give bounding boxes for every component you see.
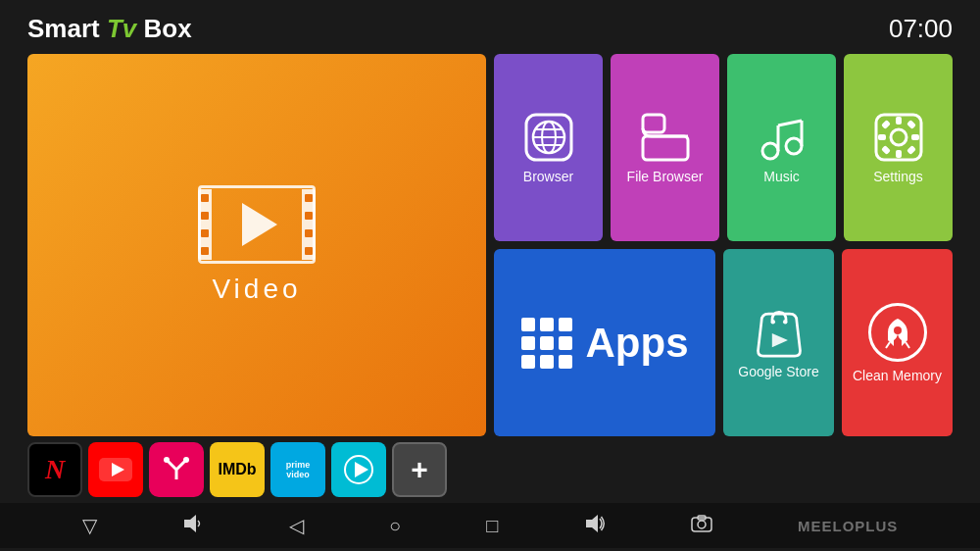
vucut-app-icon[interactable] <box>149 442 204 497</box>
svg-rect-15 <box>896 117 902 125</box>
svg-marker-33 <box>586 515 598 532</box>
meeloplus-logo: MEELOPLUS <box>798 518 898 534</box>
header: Smart Tv Box 07:00 <box>0 0 980 54</box>
settings-tile[interactable]: Settings <box>844 54 953 241</box>
svg-point-35 <box>698 521 706 528</box>
file-browser-icon <box>640 112 691 163</box>
vucut-icon <box>161 454 192 485</box>
apps-tile[interactable]: Apps <box>494 249 715 436</box>
nav-left-icon[interactable]: ◁ <box>289 514 304 537</box>
youtube-icon <box>99 458 132 481</box>
imdb-app-icon[interactable]: IMDb <box>210 442 265 497</box>
svg-point-25 <box>894 326 902 334</box>
player-icon <box>343 454 374 485</box>
main-content: Video Browser <box>0 54 980 436</box>
svg-point-14 <box>891 129 906 145</box>
google-store-label: Google Store <box>738 364 819 379</box>
apps-label: Apps <box>586 320 689 367</box>
logo-tv: Tv <box>100 14 144 43</box>
svg-point-23 <box>770 320 774 324</box>
svg-marker-31 <box>355 462 368 477</box>
logo-box: Box <box>144 14 192 43</box>
svg-rect-7 <box>643 136 688 160</box>
svg-rect-22 <box>906 145 916 155</box>
video-sub-label: video <box>286 471 310 479</box>
svg-point-8 <box>762 143 778 159</box>
app-grid: Browser File Browser <box>494 54 953 436</box>
svg-rect-6 <box>643 115 664 132</box>
file-browser-label: File Browser <box>627 169 704 184</box>
volume-icon-svg <box>182 513 204 534</box>
app-logo: Smart Tv Box <box>27 14 192 44</box>
nav-back-icon[interactable]: ▽ <box>82 514 97 537</box>
netflix-logo: N <box>45 454 65 485</box>
add-app-icon[interactable]: + <box>392 442 447 497</box>
player-app-icon[interactable] <box>331 442 386 497</box>
svg-rect-16 <box>896 150 902 158</box>
film-strip-icon <box>198 185 316 264</box>
svg-marker-32 <box>184 515 196 532</box>
svg-rect-17 <box>878 134 886 140</box>
settings-label: Settings <box>873 169 923 184</box>
svg-rect-18 <box>911 134 919 140</box>
apps-bar: N IMDb prime video + <box>0 436 980 503</box>
speaker-icon-svg <box>584 513 606 534</box>
imdb-label: IMDb <box>218 461 256 478</box>
browser-label: Browser <box>523 169 573 184</box>
svg-rect-19 <box>881 120 891 129</box>
video-label: Video <box>212 274 301 305</box>
music-icon <box>757 112 808 163</box>
nav-speaker-icon[interactable] <box>584 513 606 539</box>
nav-bar: ▽ ◁ ○ □ MEELOPLUS <box>0 503 980 548</box>
svg-rect-21 <box>881 145 891 155</box>
svg-point-24 <box>783 320 787 324</box>
nav-camera-icon[interactable] <box>691 513 712 539</box>
grid-row-2: Apps Google Store <box>494 249 953 436</box>
google-store-tile[interactable]: Google Store <box>723 249 834 436</box>
camera-icon-svg <box>691 513 712 534</box>
clean-memory-label: Clean Memory <box>853 368 942 383</box>
browser-icon <box>523 112 574 163</box>
netflix-app-icon[interactable]: N <box>27 442 82 497</box>
rocket-icon <box>868 303 927 362</box>
apps-content: Apps <box>521 318 689 369</box>
youtube-app-icon[interactable] <box>88 442 143 497</box>
add-icon: + <box>411 455 428 484</box>
file-browser-tile[interactable]: File Browser <box>611 54 719 241</box>
svg-point-29 <box>183 457 189 463</box>
grid-row-1: Browser File Browser <box>494 54 953 241</box>
svg-point-28 <box>164 457 170 463</box>
music-tile[interactable]: Music <box>727 54 836 241</box>
clean-memory-tile[interactable]: Clean Memory <box>842 249 953 436</box>
svg-point-9 <box>786 138 802 154</box>
google-store-icon <box>754 307 805 358</box>
prime-video-app-icon[interactable]: prime video <box>270 442 325 497</box>
svg-line-12 <box>778 121 802 125</box>
video-tile[interactable]: Video <box>27 54 486 436</box>
settings-icon <box>873 112 924 163</box>
prime-label: prime <box>286 461 311 470</box>
svg-rect-20 <box>906 120 916 129</box>
music-label: Music <box>763 169 800 184</box>
nav-volume-icon[interactable] <box>182 513 204 539</box>
browser-tile[interactable]: Browser <box>494 54 603 241</box>
clock-display: 07:00 <box>889 14 953 44</box>
nav-square-icon[interactable]: □ <box>486 515 498 537</box>
nav-home-icon[interactable]: ○ <box>389 515 401 537</box>
apps-grid-icon <box>521 318 572 369</box>
logo-smart: Smart <box>27 14 100 43</box>
